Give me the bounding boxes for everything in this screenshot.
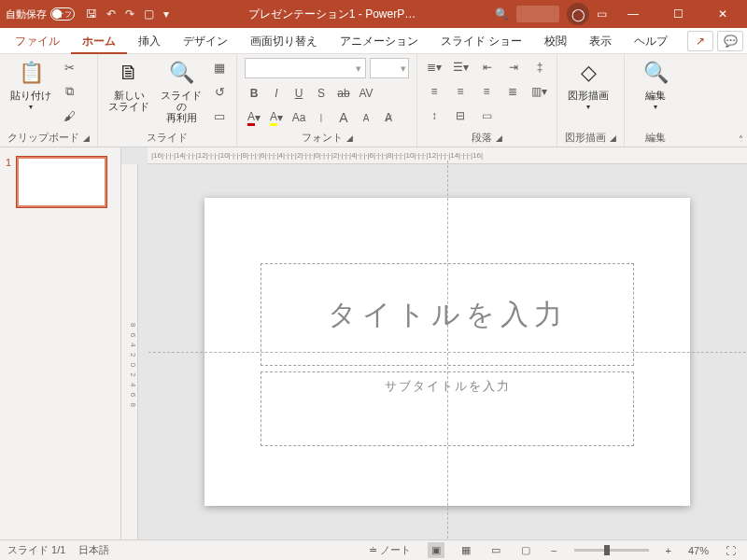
indent-increase-button[interactable]: ⇥: [504, 58, 523, 77]
zoom-in-button[interactable]: +: [662, 545, 675, 556]
paste-button[interactable]: 📋 貼り付け ▾: [7, 58, 54, 111]
slideshow-view-icon[interactable]: ▢: [517, 544, 534, 556]
clear-formatting-button[interactable]: A̷: [379, 108, 398, 127]
autosave-toggle[interactable]: 自動保存 オフ: [6, 7, 75, 21]
share-button[interactable]: ↗: [687, 31, 713, 51]
sorter-view-icon[interactable]: ▦: [458, 544, 474, 556]
section-icon[interactable]: ▭: [210, 106, 229, 125]
new-slide-icon: 🗎: [114, 58, 144, 88]
strike-button[interactable]: ab: [334, 84, 353, 103]
undo-icon[interactable]: ↶: [106, 7, 116, 21]
highlight-button[interactable]: A ▾: [267, 108, 286, 127]
tab-file[interactable]: ファイル: [4, 28, 71, 54]
layout-icon[interactable]: ▦: [210, 58, 229, 77]
zoom-level[interactable]: 47%: [688, 545, 709, 556]
text-direction-button[interactable]: ↕: [425, 106, 444, 125]
underline-button[interactable]: U: [289, 84, 308, 103]
autosave-off-pill[interactable]: オフ: [50, 7, 75, 21]
thumbnail-preview[interactable]: [17, 157, 106, 207]
autosave-label: 自動保存: [6, 7, 47, 21]
dialog-launcher-icon[interactable]: ◢: [346, 133, 353, 143]
copy-icon[interactable]: ⧉: [60, 82, 78, 101]
zoom-out-button[interactable]: −: [547, 545, 560, 556]
justify-button[interactable]: ≣: [503, 82, 522, 101]
font-size-combo[interactable]: ▾: [370, 58, 409, 78]
font-color-button[interactable]: A ▾: [245, 108, 263, 127]
redo-icon[interactable]: ↷: [125, 7, 134, 21]
notes-button[interactable]: ≐ ノート: [365, 543, 415, 557]
tab-design[interactable]: デザイン: [172, 28, 239, 54]
smartart-button[interactable]: ▭: [477, 106, 496, 125]
slide-thumbnails: 1: [0, 147, 121, 539]
group-slides: 🗎 新しい スライド 🔍 スライドの 再利用 ▦ ↺ ▭ スライド: [98, 54, 237, 147]
numbering-button[interactable]: ☰▾: [451, 58, 471, 77]
font-name-combo[interactable]: ▾: [245, 58, 366, 78]
shapes-button[interactable]: ◇ 図形描画 ▾: [565, 58, 612, 111]
format-painter-icon[interactable]: 🖌: [60, 106, 78, 125]
columns-button[interactable]: ▥▾: [529, 82, 549, 101]
align-text-button[interactable]: ⊟: [451, 106, 470, 125]
collapse-ribbon-icon[interactable]: ˄: [739, 134, 743, 145]
slide-counter[interactable]: スライド 1/1: [7, 543, 65, 557]
align-center-button[interactable]: ≡: [451, 82, 470, 101]
thumbnail-1[interactable]: 1: [6, 157, 115, 207]
line-spacing-button[interactable]: ‡: [530, 58, 549, 77]
change-case-button[interactable]: Aa: [289, 108, 308, 127]
qat-more-icon[interactable]: ▾: [163, 7, 169, 21]
close-button[interactable]: ✕: [704, 0, 741, 28]
fit-to-window-icon[interactable]: ⛶: [722, 545, 740, 556]
tab-transitions[interactable]: 画面切り替え: [239, 28, 329, 54]
align-left-button[interactable]: ≡: [425, 82, 444, 101]
search-icon[interactable]: 🔍: [495, 7, 509, 21]
subtitle-placeholder[interactable]: サブタイトルを入力: [261, 371, 634, 446]
align-right-button[interactable]: ≡: [477, 82, 496, 101]
tab-animations[interactable]: アニメーション: [329, 28, 430, 54]
group-drawing: ◇ 図形描画 ▾ 図形描画◢: [557, 54, 625, 147]
indent-decrease-button[interactable]: ⇤: [478, 58, 497, 77]
tab-review[interactable]: 校閲: [533, 28, 578, 54]
editing-button[interactable]: 🔍 編集 ▾: [632, 58, 679, 111]
language-indicator[interactable]: 日本語: [78, 543, 109, 557]
tab-home[interactable]: ホーム: [71, 28, 127, 54]
dialog-launcher-icon[interactable]: ◢: [496, 133, 502, 143]
user-name[interactable]: [516, 6, 559, 22]
reset-icon[interactable]: ↺: [210, 82, 229, 101]
minimize-button[interactable]: —: [614, 0, 652, 28]
dialog-launcher-icon[interactable]: ◢: [610, 133, 616, 143]
zoom-slider[interactable]: [574, 549, 649, 552]
dialog-launcher-icon[interactable]: ◢: [83, 133, 90, 143]
char-spacing-button[interactable]: AV: [357, 84, 375, 103]
reuse-slides-icon: 🔍: [166, 58, 196, 88]
slide-canvas[interactable]: タイトルを入力 サブタイトルを入力: [204, 198, 690, 506]
new-slide-button[interactable]: 🗎 新しい スライド: [106, 58, 152, 112]
italic-button[interactable]: I: [267, 84, 286, 103]
normal-view-icon[interactable]: ▣: [428, 542, 444, 558]
reuse-slides-button[interactable]: 🔍 スライドの 再利用: [158, 58, 204, 123]
tab-slideshow[interactable]: スライド ショー: [430, 28, 533, 54]
group-editing-label: 編集: [645, 131, 666, 145]
bold-button[interactable]: B: [245, 84, 263, 103]
shadow-button[interactable]: S: [312, 84, 331, 103]
bullets-button[interactable]: ≣▾: [425, 58, 444, 77]
group-drawing-label: 図形描画: [565, 131, 606, 145]
group-font-label: フォント: [302, 131, 343, 145]
maximize-button[interactable]: ☐: [659, 0, 697, 28]
vertical-ruler[interactable]: 8 6 4 2 0 2 4 6 8: [121, 164, 138, 539]
tab-view[interactable]: 表示: [578, 28, 623, 54]
user-avatar-icon[interactable]: ◯: [567, 3, 589, 25]
tab-insert[interactable]: 挿入: [127, 28, 172, 54]
cut-icon[interactable]: ✂: [60, 58, 78, 77]
tab-help[interactable]: ヘルプ: [623, 28, 679, 54]
ribbon-tabs: ファイル ホーム 挿入 デザイン 画面切り替え アニメーション スライド ショー…: [0, 28, 747, 54]
decrease-font-button[interactable]: A: [357, 108, 375, 127]
comments-button[interactable]: 💬: [717, 31, 743, 51]
ribbon-display-icon[interactable]: ▭: [597, 7, 607, 21]
save-icon[interactable]: 🖫: [86, 7, 97, 21]
reading-view-icon[interactable]: ▭: [487, 544, 504, 556]
slideshow-start-icon[interactable]: ▢: [144, 7, 154, 21]
title-placeholder[interactable]: タイトルを入力: [261, 263, 634, 366]
group-editing: 🔍 編集 ▾ 編集: [625, 54, 686, 147]
work-area: 1 |16|·|·|·|14|·|·|·|12|·|·|·|10|·|·|·|8…: [0, 147, 747, 539]
increase-font-button[interactable]: A: [334, 108, 353, 127]
group-clipboard: 📋 貼り付け ▾ ✂ ⧉ 🖌 クリップボード◢: [0, 54, 98, 147]
